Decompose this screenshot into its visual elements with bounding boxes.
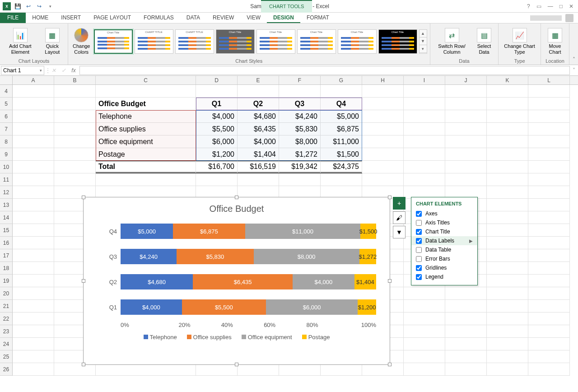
row-header[interactable]: 9 [0,148,13,161]
cell[interactable] [404,300,445,313]
cell[interactable] [487,161,528,173]
cell[interactable] [445,161,487,173]
cell[interactable]: $6,000 [196,135,238,148]
cell[interactable] [528,123,570,135]
cell[interactable] [238,363,279,376]
cell[interactable] [528,262,570,275]
cell[interactable] [487,98,528,110]
row-header[interactable]: 14 [0,211,13,224]
row-header[interactable]: 20 [0,287,13,300]
qat-customize-icon[interactable]: ▾ [45,1,55,11]
cell[interactable] [528,363,570,376]
cell[interactable] [196,173,238,186]
chart-bar-segment[interactable]: $4,240 [121,249,177,264]
cell[interactable] [445,135,487,148]
cell[interactable] [528,275,570,287]
cell[interactable] [362,85,404,98]
cell[interactable] [404,98,445,110]
cell[interactable] [528,300,570,313]
col-header[interactable]: D [196,76,238,84]
switch-row-column-button[interactable]: ⇄Switch Row/ Column [433,27,471,55]
chart-style-6[interactable]: Chart Title [297,29,336,54]
cell[interactable]: $5,830 [279,123,321,135]
cell[interactable]: $8,000 [279,135,321,148]
cell[interactable] [487,350,528,363]
chart-style-7[interactable]: Chart Title [338,29,377,54]
cell[interactable] [196,363,238,376]
cell[interactable] [487,363,528,376]
cell[interactable]: $24,375 [321,161,362,173]
expand-formula-bar-icon[interactable]: ˅ [570,67,578,74]
cell[interactable] [279,363,321,376]
cell[interactable] [362,110,404,123]
cell[interactable] [445,123,487,135]
cell[interactable] [404,338,445,350]
cell[interactable] [13,135,54,148]
cell[interactable] [445,287,487,300]
cell[interactable] [96,85,196,98]
home-tab[interactable]: HOME [26,13,55,23]
chart-style-4[interactable]: Chart Title [216,29,255,54]
cell[interactable] [13,161,54,173]
fx-icon[interactable]: fx [69,67,79,74]
checkbox[interactable] [416,274,422,280]
cancel-formula-icon[interactable]: ✕ [49,67,59,74]
cell[interactable] [362,123,404,135]
cell[interactable] [528,224,570,237]
cell[interactable]: $1,200 [196,148,238,161]
cell[interactable]: $19,342 [279,161,321,173]
cell[interactable] [404,363,445,376]
cell[interactable] [528,237,570,249]
insert-tab[interactable]: INSERT [55,13,87,23]
redo-icon[interactable]: ↪ [34,1,44,11]
cell[interactable]: $16,700 [196,161,238,173]
help-icon[interactable]: ? [527,3,530,9]
cell[interactable] [487,287,528,300]
cell[interactable] [487,173,528,186]
cell[interactable] [13,313,54,325]
chart-bar-segment[interactable]: $8,000 [254,249,359,264]
chart-element-option[interactable]: Axes [411,209,477,218]
cell[interactable]: Telephone [96,110,196,123]
row-header[interactable]: 16 [0,237,13,249]
row-header[interactable]: 4 [0,85,13,98]
chart-bar-segment[interactable]: $1,404 [354,274,376,289]
cell[interactable] [445,350,487,363]
chart-bar-segment[interactable]: $4,000 [293,274,354,289]
cell[interactable] [279,173,321,186]
cell[interactable] [487,249,528,262]
cell[interactable]: $5,500 [196,123,238,135]
legend-item[interactable]: Office equipment [242,334,292,341]
chart-bar-segment[interactable]: $4,680 [121,274,193,289]
chart-bar-segment[interactable]: $1,200 [358,299,376,315]
cell[interactable] [362,135,404,148]
cell[interactable] [13,85,54,98]
cell[interactable] [528,161,570,173]
cell[interactable] [54,110,96,123]
row-header[interactable]: 24 [0,338,13,350]
cell[interactable] [528,350,570,363]
design-tab[interactable]: DESIGN [267,13,300,23]
chart-element-option[interactable]: Axis Titles [411,218,477,227]
chart-element-option[interactable]: Legend [411,272,477,281]
chart-legend[interactable]: TelephoneOffice suppliesOffice equipment… [84,328,390,346]
cell[interactable] [487,135,528,148]
cell[interactable] [528,338,570,350]
cell[interactable] [321,363,362,376]
row-header[interactable]: 23 [0,325,13,338]
col-header[interactable]: C [96,76,196,84]
chart-bar-segment[interactable]: $1,500 [360,224,376,239]
row-header[interactable]: 10 [0,161,13,173]
cell[interactable] [13,249,54,262]
col-header[interactable]: G [321,76,362,84]
cell[interactable] [13,325,54,338]
cell[interactable] [445,148,487,161]
checkbox[interactable] [416,256,422,262]
chart-style-5[interactable]: Chart Title [256,29,295,54]
close-icon[interactable]: ✕ [569,3,573,9]
cell[interactable] [54,148,96,161]
row-header[interactable]: 15 [0,224,13,237]
cell[interactable]: Q1 [196,98,238,110]
cell[interactable] [13,262,54,275]
cell[interactable] [528,98,570,110]
